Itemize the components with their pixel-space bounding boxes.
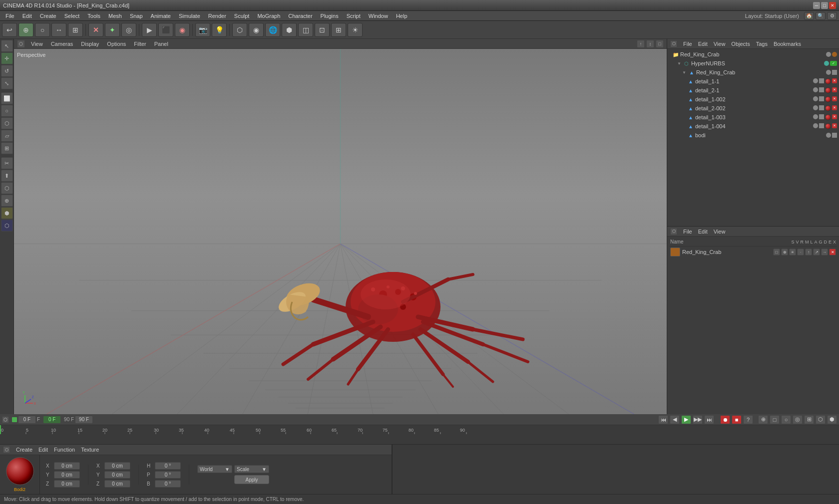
point-mode-btn[interactable]: ✦ bbox=[105, 23, 120, 37]
om-menu-objects[interactable]: Objects bbox=[731, 41, 750, 47]
mat-row-crab[interactable]: Red_King_Crab □ ⊕ ≡ · ↑ ↗ → ✕ bbox=[669, 247, 837, 257]
left-plane-btn[interactable]: ▱ bbox=[1, 130, 13, 142]
om-menu-file[interactable]: File bbox=[683, 41, 692, 47]
vp-top-btn1[interactable]: ↑ bbox=[637, 40, 645, 48]
tl-current-input[interactable] bbox=[43, 416, 61, 424]
menu-tools[interactable]: Tools bbox=[84, 12, 104, 20]
cube-btn[interactable]: ⬡ bbox=[232, 23, 247, 37]
mm-menu-edit[interactable]: Edit bbox=[698, 229, 708, 235]
obj-row-root[interactable]: 📁 Red_King_Crab bbox=[667, 50, 839, 59]
left-magnet-btn[interactable]: ⊕ bbox=[1, 195, 13, 207]
obj-row-detail-1-003[interactable]: ▲ detail_1-003 ✕ bbox=[667, 113, 839, 122]
menu-create[interactable]: Create bbox=[36, 12, 60, 20]
obj-mat-d11[interactable] bbox=[825, 78, 831, 84]
deform-btn[interactable]: 🌐 bbox=[265, 23, 280, 37]
menu-render[interactable]: Render bbox=[205, 12, 230, 20]
left-cylinder-btn[interactable]: ⬡ bbox=[1, 117, 13, 129]
maximize-button[interactable]: □ bbox=[821, 2, 828, 9]
menu-script[interactable]: Script bbox=[343, 12, 364, 20]
apply-button[interactable]: Apply bbox=[234, 475, 269, 484]
om-menu-edit[interactable]: Edit bbox=[698, 41, 708, 47]
mat-ico-x[interactable]: ✕ bbox=[829, 249, 836, 255]
left-select-btn[interactable]: ↖ bbox=[1, 40, 13, 52]
move-btn[interactable]: ⊕ bbox=[18, 23, 33, 37]
vp-menu-view[interactable]: View bbox=[29, 41, 45, 47]
mat-ico6[interactable]: ↗ bbox=[813, 249, 820, 255]
tl-play[interactable]: ▶ bbox=[681, 415, 691, 424]
mat-ico5[interactable]: ↑ bbox=[805, 249, 812, 255]
tl-keyframe-btn4[interactable]: ◎ bbox=[793, 415, 803, 424]
tl-start-input[interactable] bbox=[18, 416, 36, 424]
menu-sculpt[interactable]: Sculpt bbox=[231, 12, 253, 20]
obj-vis-nurbs[interactable] bbox=[824, 61, 829, 66]
vp-menu-display[interactable]: Display bbox=[79, 41, 101, 47]
obj-mat-d1002[interactable] bbox=[825, 96, 831, 102]
om-menu-tags[interactable]: Tags bbox=[756, 41, 768, 47]
menu-animate[interactable]: Animate bbox=[147, 12, 174, 20]
mat-ico3[interactable]: ≡ bbox=[789, 249, 796, 255]
spline-btn[interactable]: ⬢ bbox=[282, 23, 297, 37]
glasses-btn[interactable]: ⊞ bbox=[331, 23, 346, 37]
obj-mat-d2002[interactable] bbox=[825, 105, 831, 111]
window-controls[interactable]: ─ □ ✕ bbox=[813, 2, 836, 9]
tl-keyframe-btn6[interactable]: ⬡ bbox=[816, 415, 826, 424]
obj-row-detail-1-1[interactable]: ▲ detail_1-1 ✕ bbox=[667, 77, 839, 86]
obj-vis-dot[interactable] bbox=[826, 52, 831, 57]
obj-mat-d1003[interactable] bbox=[825, 114, 831, 120]
menu-select[interactable]: Select bbox=[61, 12, 83, 20]
tl-keyframe-btn3[interactable]: ○ bbox=[781, 415, 791, 424]
layout-search-btn[interactable]: 🔍 bbox=[816, 12, 826, 20]
left-move-btn[interactable]: ✛ bbox=[1, 52, 13, 64]
sphere-btn[interactable]: ◉ bbox=[249, 23, 264, 37]
mm-menu-view[interactable]: View bbox=[714, 229, 726, 235]
h-input[interactable] bbox=[155, 462, 181, 470]
left-paint-btn[interactable]: ⬡ bbox=[1, 182, 13, 194]
menu-plugins[interactable]: Plugins bbox=[317, 12, 342, 20]
light2-btn[interactable]: ☀ bbox=[348, 23, 363, 37]
left-sphere-btn[interactable]: ○ bbox=[1, 105, 13, 117]
ms-create[interactable]: Create bbox=[16, 447, 32, 453]
mat-ico1[interactable]: □ bbox=[773, 249, 780, 255]
render-btn[interactable]: ◉ bbox=[175, 23, 190, 37]
tl-keyframe-btn2[interactable]: □ bbox=[770, 415, 780, 424]
left-scale-btn[interactable]: ⤡ bbox=[1, 77, 13, 89]
tl-stop[interactable]: ■ bbox=[732, 415, 742, 424]
viewport-canvas[interactable]: Perspective bbox=[14, 49, 667, 414]
field-btn[interactable]: ⊡ bbox=[315, 23, 330, 37]
vp-menu-panel[interactable]: Panel bbox=[152, 41, 170, 47]
obj-row-hypernurbs[interactable]: ▼ ⬡ HyperNURBS ✓ bbox=[667, 59, 839, 68]
obj-row-detail-2-1[interactable]: ▲ detail_2-1 ✕ bbox=[667, 86, 839, 95]
left-box-btn[interactable]: ⬜ bbox=[1, 92, 13, 104]
z-rot-input[interactable] bbox=[104, 480, 130, 488]
menu-simulate[interactable]: Simulate bbox=[175, 12, 204, 20]
left-nurbs-btn[interactable]: ⊞ bbox=[1, 142, 13, 154]
menu-edit[interactable]: Edit bbox=[19, 12, 35, 20]
mat-swatch-crab[interactable] bbox=[670, 248, 680, 256]
tl-next-frame[interactable]: ▶▶ bbox=[693, 415, 703, 424]
menu-mesh[interactable]: Mesh bbox=[105, 12, 125, 20]
scale-dropdown[interactable]: Scale ▼ bbox=[234, 465, 269, 473]
mat-ico2[interactable]: ⊕ bbox=[781, 249, 788, 255]
menu-file[interactable]: File bbox=[2, 12, 18, 20]
layout-settings-btn[interactable]: ⚙ bbox=[827, 12, 837, 20]
obj-row-detail-1-004[interactable]: ▲ detail_1-004 ✕ bbox=[667, 122, 839, 131]
obj-tag-nurbs[interactable]: ✓ bbox=[830, 61, 837, 66]
menu-character[interactable]: Character bbox=[285, 12, 316, 20]
tl-help[interactable]: ? bbox=[743, 415, 753, 424]
obj-mat-dot[interactable] bbox=[832, 52, 837, 57]
tl-keyframe-btn5[interactable]: ⊞ bbox=[804, 415, 814, 424]
left-extrude-btn[interactable]: ⬆ bbox=[1, 170, 13, 182]
obj-mat-d21[interactable] bbox=[825, 87, 831, 93]
menu-snap[interactable]: Snap bbox=[126, 12, 146, 20]
mat-ico7[interactable]: → bbox=[821, 249, 828, 255]
left-brush-btn[interactable]: ⬢ bbox=[1, 207, 13, 219]
edge-mode-btn[interactable]: ◎ bbox=[121, 23, 136, 37]
vp-menu-cameras[interactable]: Cameras bbox=[49, 41, 75, 47]
minimize-button[interactable]: ─ bbox=[813, 2, 820, 9]
left-knife-btn[interactable]: ✂ bbox=[1, 157, 13, 169]
light-btn[interactable]: 💡 bbox=[212, 23, 227, 37]
world-dropdown[interactable]: World ▼ bbox=[197, 465, 232, 473]
p-input[interactable] bbox=[155, 471, 181, 479]
mm-menu-file[interactable]: File bbox=[683, 229, 692, 235]
z-pos-input[interactable] bbox=[54, 480, 80, 488]
